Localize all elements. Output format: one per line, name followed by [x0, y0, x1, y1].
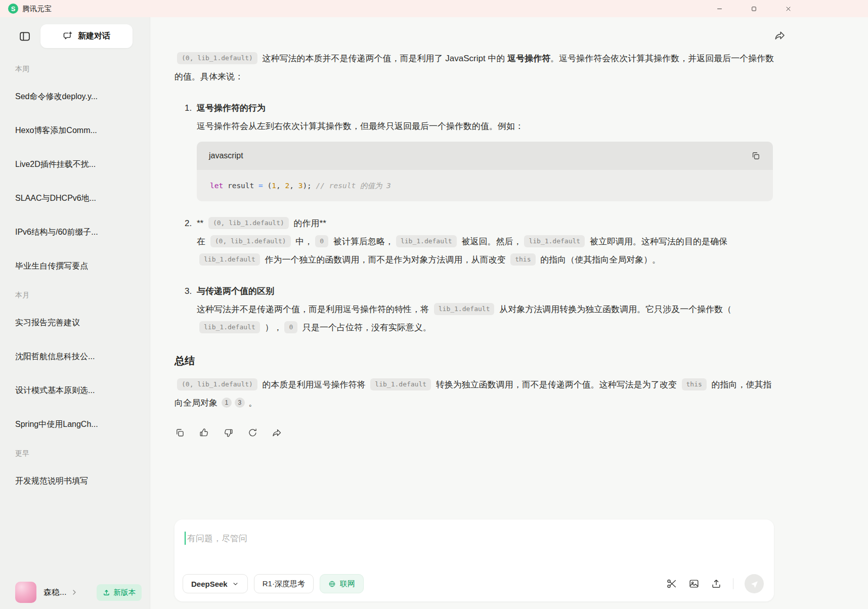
inline-code-chip: lib_1.default — [524, 235, 585, 247]
list-item-body: 这种写法并不是传递两个值，而是利用逗号操作符的特性，将 lib_1.defaul… — [197, 300, 775, 337]
code-token: ); — [302, 182, 316, 190]
sidebar-item[interactable]: 沈阳哲航信息科技公... — [15, 346, 145, 367]
inline-code-chip: lib_1.default — [199, 321, 260, 333]
sidebar-item[interactable]: 实习报告完善建议 — [15, 313, 145, 333]
code-token: , — [276, 182, 285, 190]
text-run: 这种写法并不是传递两个值，而是利用逗号操作符的特性，将 — [197, 304, 431, 314]
list-item-body: 逗号操作符会从左到右依次计算其操作数，但最终只返回最后一个操作数的值。例如： — [197, 117, 775, 136]
code-token: , — [289, 182, 298, 190]
sidebar-section-label: 更早 — [15, 448, 145, 458]
update-badge[interactable]: 新版本 — [97, 584, 142, 601]
scissors-icon[interactable] — [666, 578, 677, 589]
window-controls — [715, 0, 792, 17]
window-title: 腾讯元宝 — [22, 4, 52, 14]
new-chat-button[interactable]: 新建对话 — [40, 24, 133, 48]
close-icon[interactable] — [784, 5, 792, 13]
list-number: 2. — [185, 214, 192, 233]
inline-code-chip: 0 — [284, 321, 297, 333]
text-run: 在 — [197, 237, 208, 246]
list-item-body: 在 (0, lib_1.default) 中，0 被计算后忽略，lib_1.de… — [197, 233, 775, 269]
sidebar-item[interactable]: SLAAC与DHCPv6地... — [15, 188, 145, 208]
inline-code-chip: (0, lib_1.default) — [177, 52, 257, 64]
list-item-title: 逗号操作符的行为 — [197, 99, 775, 117]
code-block-header: javascript — [197, 142, 773, 170]
text-run: 的作用** — [291, 219, 326, 228]
sidebar-item[interactable]: 开发规范说明书填写 — [15, 471, 145, 491]
maximize-icon[interactable] — [750, 5, 758, 13]
citation-badge[interactable]: 1 — [222, 398, 232, 408]
sidebar: 新建对话 本周Sed命令修改deploy.y...Hexo博客添加Comm...… — [0, 17, 150, 609]
bold-text: 与传递两个值的区别 — [197, 286, 274, 296]
message-input[interactable]: 有问题，尽管问 — [185, 532, 247, 545]
text-run: 的本质是利用逗号操作符将 — [260, 380, 368, 389]
text-run: 。 — [246, 398, 257, 408]
inline-code-chip: (0, lib_1.default) — [208, 217, 289, 229]
model-label: DeepSeek — [191, 580, 228, 588]
citation-badge[interactable]: 3 — [235, 398, 245, 408]
web-search-toggle[interactable]: 联网 — [320, 574, 364, 593]
code-content: let result = (1, 2, 3); // result 的值为 3 — [197, 170, 773, 201]
send-button[interactable] — [745, 574, 764, 593]
sidebar-item[interactable]: Live2D插件挂载不扰... — [15, 154, 145, 175]
chevron-right-icon[interactable] — [70, 588, 78, 596]
inline-code-chip: lib_1.default — [370, 378, 431, 390]
web-search-label: 联网 — [340, 579, 355, 589]
copy-icon[interactable] — [175, 427, 185, 438]
copy-icon[interactable] — [751, 151, 761, 161]
text-run: 中， — [293, 237, 313, 246]
code-token: let — [210, 182, 223, 190]
bold-text: 逗号操作符的行为 — [197, 103, 266, 113]
deep-think-toggle[interactable]: R1·深度思考 — [254, 574, 314, 593]
assistant-message: (0, lib_1.default) 这种写法的本质并不是传递两个值，而是利用了… — [175, 50, 775, 438]
minimize-icon[interactable] — [715, 5, 723, 13]
chat-panel: (0, lib_1.default) 这种写法的本质并不是传递两个值，而是利用了… — [150, 17, 868, 609]
thumbs-down-icon[interactable] — [223, 427, 234, 438]
sidebar-item[interactable]: Spring中使用LangCh... — [15, 414, 145, 434]
code-language-label: javascript — [209, 151, 243, 160]
text-run: ** — [197, 219, 206, 228]
code-token: = — [258, 182, 263, 190]
list-number: 1. — [185, 99, 192, 117]
list-item-title: 与传递两个值的区别 — [197, 282, 775, 300]
inline-code-chip: lib_1.default — [199, 253, 260, 266]
list-item-title: ** (0, lib_1.default) 的作用** — [197, 214, 775, 233]
panel-toggle-icon[interactable] — [18, 30, 31, 43]
app-logo: S — [8, 4, 18, 14]
upload-icon[interactable] — [711, 578, 722, 589]
sidebar-section-label: 本月 — [15, 290, 145, 300]
sidebar-item[interactable]: Sed命令修改deploy.y... — [15, 86, 145, 107]
globe-icon — [328, 580, 336, 588]
code-token: ( — [263, 182, 272, 190]
composer[interactable]: 有问题，尽管问 DeepSeek R1·深度思考 联网 — [175, 519, 774, 601]
text-run: 只是一个占位符，没有实际意义。 — [300, 323, 431, 332]
image-icon[interactable] — [688, 578, 700, 589]
chat-history-list: 本周Sed命令修改deploy.y...Hexo博客添加Comm...Live2… — [0, 64, 150, 491]
inline-code-chip: (0, lib_1.default) — [210, 235, 291, 247]
text-run: 被计算后忽略， — [331, 237, 394, 246]
text-run: ）， — [263, 323, 282, 332]
chevron-down-icon — [232, 580, 239, 588]
paragraph: (0, lib_1.default) 的本质是利用逗号操作符将 lib_1.de… — [175, 376, 775, 412]
sidebar-item[interactable]: IPv6结构与/60前缀子... — [15, 222, 145, 242]
text-run: 转换为独立函数调用，而不是传递两个值。这种写法是为了改变 — [433, 380, 679, 389]
text-run: 的指向（使其指向全局对象）。 — [538, 255, 661, 265]
avatar[interactable] — [15, 582, 36, 603]
deep-think-label: R1·深度思考 — [263, 579, 305, 589]
user-name[interactable]: 森稳... — [44, 587, 66, 598]
thumbs-up-icon[interactable] — [199, 427, 209, 438]
sidebar-footer: 森稳... 新版本 — [15, 582, 142, 603]
share-icon[interactable] — [774, 29, 786, 41]
regenerate-icon[interactable] — [247, 427, 258, 438]
sidebar-item[interactable]: 毕业生自传撰写要点 — [15, 256, 145, 276]
sidebar-item[interactable]: 设计模式基本原则选... — [15, 380, 145, 401]
text-run: 被立即调用。这种写法的目的是确保 — [587, 237, 727, 246]
list-number: 3. — [185, 282, 192, 300]
inline-code-chip: (0, lib_1.default) — [177, 378, 257, 390]
share-icon[interactable] — [272, 427, 282, 438]
model-selector[interactable]: DeepSeek — [183, 574, 248, 593]
code-token: 2 — [285, 182, 289, 190]
send-icon — [750, 579, 759, 589]
list-item: 1.逗号操作符的行为逗号操作符会从左到右依次计算其操作数，但最终只返回最后一个操… — [175, 99, 775, 136]
sidebar-item[interactable]: Hexo博客添加Comm... — [15, 120, 145, 141]
text-caret — [185, 532, 186, 545]
